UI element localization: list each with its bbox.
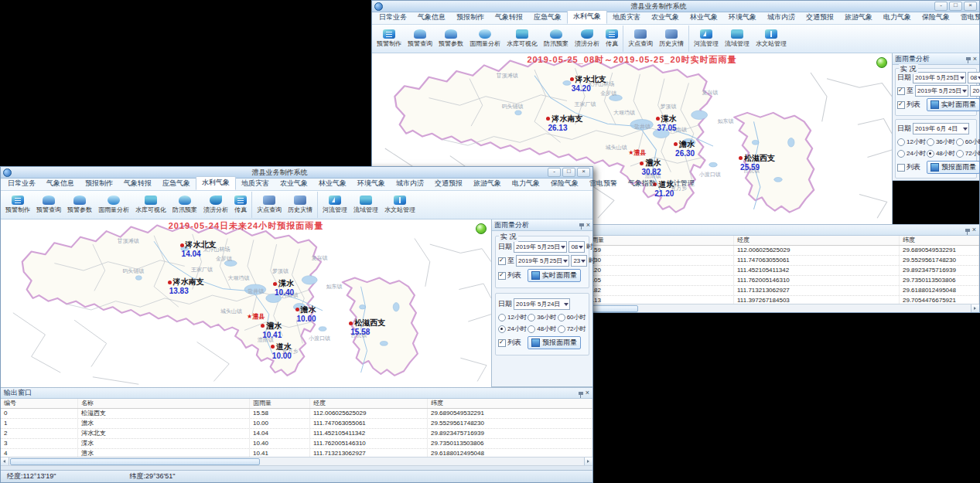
menu-tab[interactable]: 地质灾害 bbox=[236, 178, 275, 190]
menu-tab[interactable]: 气象指数 bbox=[623, 178, 661, 190]
forecast-hours-radio[interactable]: 48小时 bbox=[528, 325, 556, 333]
menu-tab[interactable]: 城市内涝 bbox=[391, 178, 429, 190]
menu-tab[interactable]: 应急气象 bbox=[528, 12, 567, 24]
scroll-right-arrow[interactable] bbox=[584, 457, 592, 465]
forecast-hours-radio[interactable]: 72小时 bbox=[558, 325, 586, 333]
toolbar-button[interactable]: 水库可视化 bbox=[132, 192, 169, 218]
forecast-hours-radio[interactable]: 48小时 bbox=[927, 149, 955, 158]
menu-tab[interactable]: 雷电预警 bbox=[584, 178, 623, 190]
toolbar-button[interactable]: 水文站管理 bbox=[753, 26, 790, 52]
menu-tab[interactable]: 交通预报 bbox=[429, 178, 468, 190]
table-row[interactable]: 3渫水10.40111.76200514631029.7350113503806 bbox=[1, 439, 592, 449]
horizontal-scrollbar[interactable] bbox=[1, 457, 592, 465]
toolbar-button[interactable]: 流域管理 bbox=[350, 192, 381, 218]
menu-tab[interactable]: 林业气象 bbox=[313, 178, 352, 190]
live-rainfall-button[interactable]: 实时面雨量 bbox=[927, 98, 980, 111]
forecast-hours-radio[interactable]: 12小时 bbox=[897, 138, 926, 146]
toolbar-button[interactable]: 水库可视化 bbox=[504, 26, 541, 52]
panel-close-icon[interactable]: × bbox=[586, 222, 590, 229]
pin-icon[interactable] bbox=[965, 229, 970, 232]
toolbar-button[interactable]: 防汛预案 bbox=[541, 26, 572, 52]
to-checkbox[interactable] bbox=[498, 257, 506, 265]
toolbar-button[interactable]: 预警制作 bbox=[2, 192, 33, 218]
dock-close-icon[interactable]: × bbox=[972, 226, 976, 233]
title-bar[interactable]: 澧县业务制作系统 - □ × bbox=[372, 1, 979, 12]
menu-tab[interactable]: 保险气象 bbox=[917, 12, 955, 24]
toolbar-button[interactable]: 传真 bbox=[603, 26, 621, 52]
menu-tab[interactable]: 应急气象 bbox=[157, 178, 196, 190]
menu-tab[interactable]: 旅游气象 bbox=[839, 12, 878, 24]
minimize-button[interactable]: - bbox=[548, 168, 561, 177]
toolbar-button[interactable]: 面雨量分析 bbox=[466, 26, 504, 52]
toolbar-button[interactable]: 渍涝分析 bbox=[572, 26, 603, 52]
toolbar-button[interactable]: 渍涝分析 bbox=[200, 192, 231, 218]
list-checkbox[interactable] bbox=[498, 339, 506, 347]
toolbar-button[interactable]: 预警参数 bbox=[435, 26, 466, 52]
menu-tab[interactable]: 日常业务 bbox=[2, 178, 41, 190]
menu-tab[interactable]: 气象转报 bbox=[118, 178, 157, 190]
menu-tab[interactable]: 地质灾害 bbox=[607, 12, 646, 24]
close-button[interactable]: × bbox=[964, 2, 977, 11]
table-row[interactable]: 2涔水北支14.04111.45210541134229.89234757169… bbox=[1, 429, 592, 439]
menu-tab[interactable]: 交通预报 bbox=[801, 12, 839, 24]
menu-tab[interactable]: 水利气象 bbox=[567, 10, 607, 24]
toolbar-button[interactable]: 河流管理 bbox=[319, 192, 350, 218]
menu-tab[interactable]: 雷电预警 bbox=[955, 12, 980, 24]
forecast-rainfall-button[interactable]: 预报面雨量 bbox=[528, 336, 581, 349]
live-rainfall-button[interactable]: 实时面雨量 bbox=[528, 269, 581, 282]
forecast-hours-radio[interactable]: 60小时 bbox=[956, 138, 980, 146]
map-canvas[interactable]: 2019-05-24日未来24小时预报面雨量 甘溪滩镇太浮山林场金罗镇码头铺镇王… bbox=[1, 219, 491, 387]
menu-tab[interactable]: 预报制作 bbox=[80, 178, 118, 190]
list-checkbox[interactable] bbox=[897, 101, 905, 109]
forecast-rainfall-button[interactable]: 预报面雨量 bbox=[927, 161, 980, 174]
toolbar-button[interactable]: 预警制作 bbox=[374, 26, 405, 52]
menu-tab[interactable]: 电力气象 bbox=[507, 178, 545, 190]
menu-tab[interactable]: 水利气象 bbox=[196, 176, 236, 190]
toolbar-button[interactable]: 预警参数 bbox=[64, 192, 95, 218]
scroll-left-arrow[interactable] bbox=[1, 457, 9, 465]
toolbar-button[interactable]: 预警查询 bbox=[405, 26, 435, 52]
table-row[interactable]: 0松滋西支15.58112.00602562502929.68905495322… bbox=[1, 409, 592, 419]
start-date-select[interactable]: 2019年 5月25日 bbox=[913, 72, 966, 83]
forecast-date-select[interactable]: 2019年 6月 4日 bbox=[913, 123, 969, 134]
end-date-select[interactable]: 2019年 5月25日 bbox=[516, 255, 569, 267]
menu-tab[interactable]: 统计管理 bbox=[661, 178, 700, 190]
end-date-select[interactable]: 2019年 5月25日 bbox=[915, 85, 968, 97]
panel-close-icon[interactable]: × bbox=[973, 56, 977, 63]
minimize-button[interactable]: - bbox=[934, 2, 948, 11]
menu-tab[interactable]: 气象信息 bbox=[41, 178, 80, 190]
menu-tab[interactable]: 气象信息 bbox=[412, 12, 451, 24]
menu-tab[interactable]: 环境气象 bbox=[723, 12, 762, 24]
end-hour-select[interactable]: 23 bbox=[571, 255, 587, 267]
scrollbar-thumb[interactable] bbox=[10, 458, 260, 465]
forecast-date-select[interactable]: 2019年 5月24日 bbox=[514, 298, 570, 310]
end-hour-select[interactable]: 20 bbox=[970, 85, 980, 97]
toolbar-button[interactable]: 历史灾情 bbox=[656, 26, 687, 52]
start-date-select[interactable]: 2019年 5月25日 bbox=[514, 241, 567, 253]
toolbar-button[interactable]: 防汛预案 bbox=[169, 192, 200, 218]
maximize-button[interactable]: □ bbox=[949, 2, 962, 11]
toolbar-button[interactable]: 灾点查询 bbox=[254, 192, 285, 218]
pin-icon[interactable] bbox=[579, 223, 584, 226]
menu-tab[interactable]: 保险气象 bbox=[545, 178, 584, 190]
start-hour-select[interactable]: 08 bbox=[968, 72, 980, 83]
menu-tab[interactable]: 农业气象 bbox=[275, 178, 313, 190]
toolbar-button[interactable]: 传真 bbox=[231, 192, 250, 218]
menu-tab[interactable]: 林业气象 bbox=[685, 12, 723, 24]
menu-tab[interactable]: 旅游气象 bbox=[468, 178, 507, 190]
menu-tab[interactable]: 日常业务 bbox=[374, 12, 412, 24]
refresh-map-button[interactable] bbox=[876, 57, 887, 68]
table-row[interactable]: 1澹水10.00111.74706305506129.5529561748230 bbox=[1, 419, 592, 429]
toolbar-button[interactable]: 流域管理 bbox=[722, 26, 753, 52]
close-button[interactable]: × bbox=[577, 168, 590, 177]
menu-tab[interactable]: 气象转报 bbox=[490, 12, 528, 24]
menu-tab[interactable]: 环境气象 bbox=[352, 178, 391, 190]
list-checkbox[interactable] bbox=[498, 272, 506, 280]
list-checkbox[interactable] bbox=[897, 164, 905, 172]
menu-tab[interactable]: 农业气象 bbox=[646, 12, 685, 24]
forecast-hours-radio[interactable]: 12小时 bbox=[498, 313, 527, 321]
forecast-hours-radio[interactable]: 36小时 bbox=[528, 313, 556, 321]
toolbar-button[interactable]: 面雨量分析 bbox=[95, 192, 132, 218]
pin-icon[interactable] bbox=[966, 57, 971, 60]
dock-close-icon[interactable]: × bbox=[586, 389, 589, 396]
